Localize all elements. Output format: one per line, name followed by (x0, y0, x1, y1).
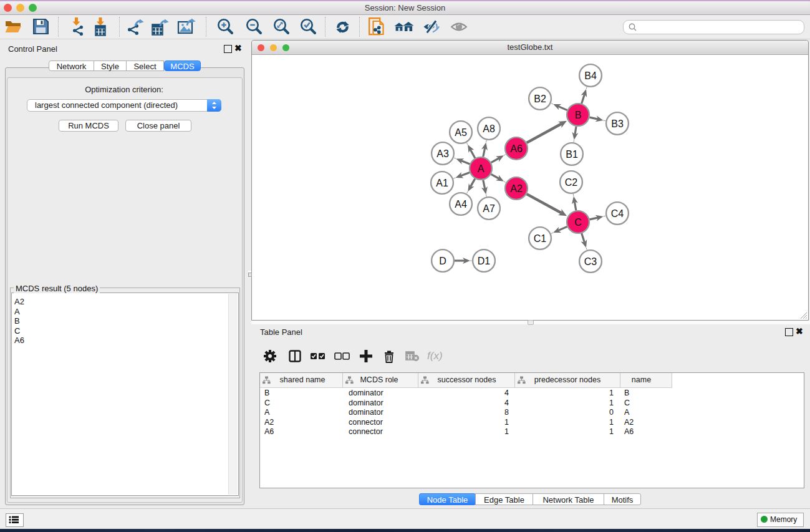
svg-text:A1: A1 (436, 178, 448, 188)
svg-text:C2: C2 (565, 177, 578, 188)
svg-text:A5: A5 (455, 127, 467, 138)
svg-text:A: A (478, 163, 485, 174)
svg-text:B: B (575, 110, 582, 120)
svg-text:A6: A6 (510, 143, 523, 154)
svg-text:C3: C3 (584, 256, 597, 267)
svg-text:A2: A2 (510, 183, 523, 194)
svg-text:A8: A8 (483, 123, 495, 134)
svg-text:f(x): f(x) (427, 350, 443, 362)
svg-text:D1: D1 (478, 256, 491, 266)
svg-text:B4: B4 (584, 70, 597, 81)
svg-text:A4: A4 (455, 199, 467, 210)
svg-text:C4: C4 (611, 208, 624, 219)
svg-text:D: D (439, 256, 446, 266)
svg-text:B2: B2 (534, 94, 546, 104)
svg-text:A7: A7 (483, 203, 495, 214)
svg-text:B3: B3 (611, 118, 624, 129)
svg-text:B1: B1 (566, 149, 578, 160)
svg-text:A3: A3 (436, 148, 449, 159)
svg-text:C: C (574, 217, 582, 228)
svg-text:C1: C1 (534, 233, 547, 244)
